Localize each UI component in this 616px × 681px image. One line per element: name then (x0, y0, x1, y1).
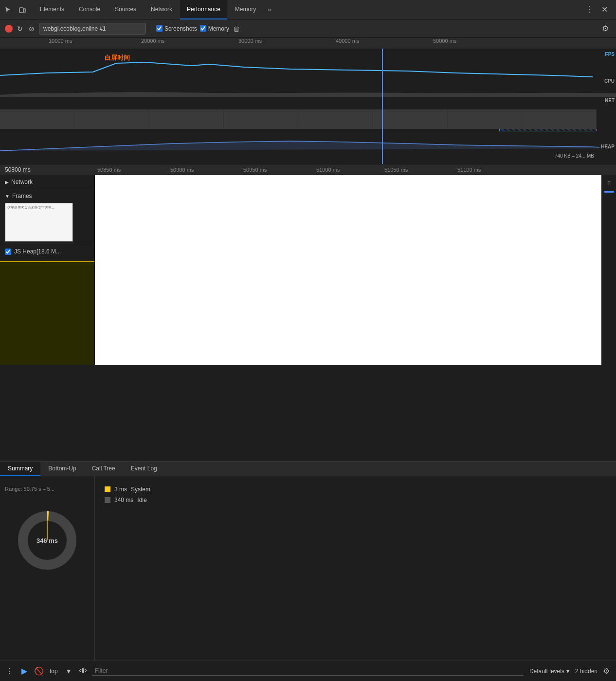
hidden-count: 2 hidden (575, 668, 598, 675)
toolbar: ↻ ⊘ Screenshots Memory 🗑 ⚙ (0, 19, 616, 38)
ruler-tick-50000: 50000 ms (433, 38, 456, 44)
main-area: ▶ Network ▼ Frames 这里是博客页面相关文字内容... JS H… (0, 175, 616, 365)
frame-thumb-item[interactable]: 这里是博客页面相关文字内容... (5, 203, 73, 242)
timeline-ruler: 10000 ms 20000 ms 30000 ms 40000 ms 5000… (0, 38, 616, 49)
mid-tick-5: 51050 ms (384, 167, 408, 173)
tab-summary[interactable]: Summary (0, 462, 40, 476)
clear-button[interactable]: 🗑 (232, 24, 241, 33)
tab-bar: Elements Console Sources Network Perform… (0, 0, 616, 19)
stop-scripts-icon[interactable]: 🚫 (33, 665, 45, 677)
left-panel: ▶ Network ▼ Frames 这里是博客页面相关文字内容... JS H… (0, 175, 95, 365)
tab-network[interactable]: Network (144, 0, 179, 19)
context-label: top (48, 668, 60, 675)
url-input[interactable] (39, 23, 146, 35)
screenshots-checkbox[interactable] (156, 25, 163, 32)
donut-center-label: 346 ms (36, 537, 58, 544)
mid-time-label: 50800 ms (5, 166, 31, 173)
track-svg (0, 49, 616, 164)
level-dropdown[interactable]: Default levels ▾ (526, 668, 572, 675)
mini-menu-icon[interactable]: ≡ (604, 178, 615, 188)
legend-label-idle: Idle (137, 497, 146, 503)
console-settings-icon[interactable]: ⚙ (600, 665, 612, 677)
mid-tick-4: 51000 ms (316, 167, 340, 173)
execute-icon[interactable]: ▶ (18, 665, 30, 677)
network-arrow-icon: ▶ (5, 179, 9, 185)
close-devtools-icon[interactable]: ✕ (598, 4, 610, 16)
cursor-icon[interactable] (2, 4, 14, 16)
frame-thumb-text: 这里是博客页面相关文字内容... (7, 205, 54, 210)
legend-row-system: 3 ms System (105, 486, 606, 493)
screenshot-cell (373, 109, 447, 129)
frames-expand[interactable]: ▼ Frames (5, 191, 90, 201)
tab-bottom-up[interactable]: Bottom-Up (40, 462, 84, 476)
screenshot-cell (448, 109, 522, 129)
tab-sources[interactable]: Sources (108, 0, 143, 19)
eye-icon[interactable]: 👁 (77, 665, 89, 677)
filter-input[interactable] (92, 666, 524, 676)
network-section: ▶ Network (0, 175, 94, 189)
reload-button[interactable]: ↻ (16, 24, 24, 33)
tab-bar-icons (2, 4, 28, 16)
tab-performance[interactable]: Performance (180, 0, 227, 19)
network-expand[interactable]: ▶ Network (5, 177, 90, 187)
tab-bar-actions: ⋮ ✕ (584, 4, 614, 16)
screenshot-cell (298, 109, 373, 129)
ruler-tick-10000: 10000 ms (49, 38, 72, 44)
legend-value-system: 3 ms (114, 486, 127, 493)
donut-chart: 346 ms (13, 506, 81, 574)
kebab-menu-icon[interactable]: ⋮ (584, 4, 596, 16)
summary-tabs: Summary Bottom-Up Call Tree Event Log (0, 462, 616, 476)
frames-arrow-icon: ▼ (5, 194, 10, 199)
legend-row-idle: 340 ms Idle (105, 497, 606, 503)
heap-info: 740 KB – 24... MB (555, 153, 594, 159)
mid-tick-6: 51100 ms (457, 167, 481, 173)
chinese-label: 白屏时间 (105, 54, 130, 62)
summary-left: Range: 50.75 s – 5... 346 ms (0, 476, 95, 661)
screenshots-track (0, 109, 597, 129)
memory-checkbox[interactable] (200, 25, 206, 32)
js-heap-row: JS Heap[18.6 M... (5, 246, 90, 257)
svg-rect-1 (24, 9, 25, 12)
net-label: NET (603, 97, 616, 104)
network-label: Network (11, 179, 33, 185)
screenshot-overlay (95, 175, 601, 365)
memory-label[interactable]: Memory (200, 25, 229, 32)
tab-console[interactable]: Console (72, 0, 107, 19)
jsheap-label: JS Heap[18.6 M... (14, 248, 61, 255)
ruler-tick-30000: 30000 ms (238, 38, 262, 44)
jsheap-checkbox[interactable] (5, 249, 11, 255)
tab-memory[interactable]: Memory (228, 0, 263, 19)
mid-ruler: 50800 ms 50850 ms 50900 ms 50950 ms 5100… (0, 164, 616, 175)
detail-track-area (0, 261, 94, 365)
jsheap-section: JS Heap[18.6 M... (0, 244, 94, 259)
center-panel (95, 175, 601, 365)
record-button[interactable] (5, 25, 13, 33)
stop-button[interactable]: ⊘ (27, 24, 36, 33)
screenshot-cell (522, 109, 597, 129)
frames-thumbnail: 这里是博客页面相关文字内容... (5, 203, 90, 242)
screenshot-cell (149, 109, 224, 129)
more-tabs-button[interactable]: » (264, 0, 275, 19)
tab-call-tree[interactable]: Call Tree (84, 462, 123, 476)
frames-section: ▼ Frames 这里是博客页面相关文字内容... (0, 189, 94, 244)
legend-color-system (105, 486, 110, 492)
cpu-label: CPU (603, 78, 616, 84)
device-toggle-icon[interactable] (17, 4, 28, 16)
screenshot-cell (74, 109, 149, 129)
screenshot-cell (224, 109, 298, 129)
context-dropdown-icon[interactable]: ▾ (63, 665, 74, 677)
legend-color-idle (105, 497, 110, 503)
mid-tick-1: 50850 ms (97, 167, 121, 173)
frames-label: Frames (12, 193, 32, 199)
playhead-line (382, 49, 383, 164)
timeline-area: 10000 ms 20000 ms 30000 ms 40000 ms 5000… (0, 38, 616, 164)
summary-content: Range: 50.75 s – 5... 346 ms (0, 476, 616, 661)
tab-elements[interactable]: Elements (33, 0, 71, 19)
tab-event-log[interactable]: Event Log (123, 462, 165, 476)
screenshots-label[interactable]: Screenshots (156, 25, 197, 32)
settings-button[interactable]: ⚙ (599, 23, 611, 35)
mid-tick-2: 50900 ms (170, 167, 194, 173)
ruler-tick-40000: 40000 ms (336, 38, 359, 44)
console-input-kebab[interactable]: ⋮ (4, 665, 16, 677)
memory-checkbox-group: Memory (200, 25, 229, 32)
